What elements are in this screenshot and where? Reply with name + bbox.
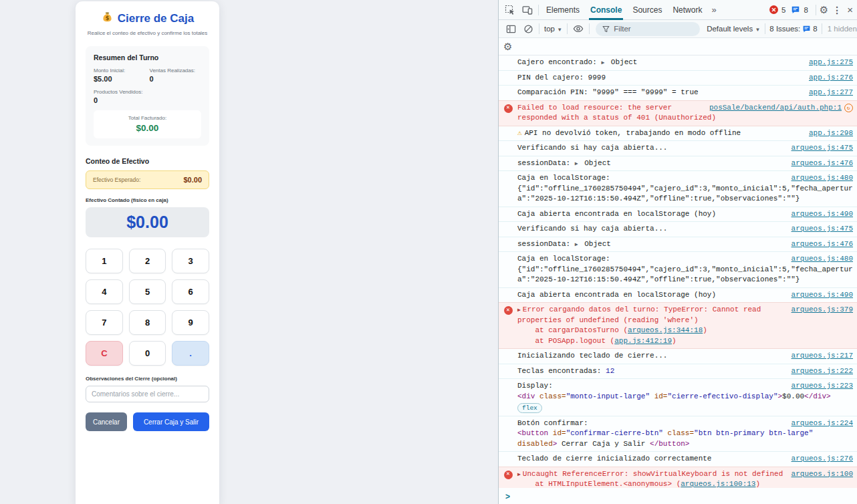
keypad-key-9[interactable]: 9: [172, 310, 209, 335]
console-settings-gear-icon[interactable]: ⚙: [503, 41, 512, 53]
tab-network[interactable]: Network: [667, 0, 707, 20]
source-link[interactable]: arqueos.js:217: [791, 351, 853, 362]
filter-box[interactable]: [596, 22, 700, 36]
close-register-button[interactable]: Cerrar Caja y Salir: [133, 412, 209, 431]
source-link[interactable]: arqueos.js:222: [791, 366, 853, 377]
source-link[interactable]: arqueos.js:480: [791, 254, 853, 265]
keypad-key-3[interactable]: 3: [172, 249, 209, 273]
message-gutter: [499, 173, 517, 205]
tab-console[interactable]: Console: [585, 0, 627, 20]
divider: [539, 23, 539, 34]
kebab-menu-icon[interactable]: ⋮: [830, 5, 844, 15]
source-link[interactable]: arqueos.js:476: [791, 158, 853, 169]
message-text: Caja en localStorage:: [517, 255, 610, 263]
source-link[interactable]: arqueos.js:490: [791, 290, 853, 301]
message-count[interactable]: 8: [804, 6, 808, 14]
message-text: ): [755, 480, 760, 488]
message-text: Botón confirmar:: [517, 419, 588, 427]
message-text: API no devolvió token, trabajando en mod…: [525, 129, 741, 137]
console-prompt[interactable]: >: [499, 488, 857, 504]
console-sidebar-icon[interactable]: [502, 21, 519, 37]
filter-input[interactable]: [614, 25, 694, 33]
issues-label[interactable]: 8 Issues:: [767, 25, 802, 33]
error-count-icon[interactable]: ✕: [769, 5, 778, 14]
message-text: {"id":"offline_1760285750494","cajero_id…: [517, 184, 853, 203]
summary-heading: Resumen del Turno: [94, 53, 201, 61]
chevron-down-icon: ▼: [755, 27, 760, 33]
context-selector[interactable]: top ▼: [541, 25, 565, 33]
message-text: Cerrar Caja y Salir: [557, 440, 650, 448]
message-text: Object: [580, 240, 611, 248]
source-link[interactable]: arqueos.js:475: [791, 224, 853, 235]
expand-arrow-icon[interactable]: ▶: [575, 160, 578, 166]
source-link[interactable]: arqueos.js:476: [791, 239, 853, 250]
error-count[interactable]: 5: [781, 6, 785, 14]
source-link[interactable]: arqueos.js:379: [791, 305, 853, 316]
request-initiator-icon[interactable]: ↻: [844, 104, 853, 112]
cash-amount-display: $0.00: [86, 207, 209, 237]
observations-input[interactable]: [86, 386, 209, 402]
keypad-key-2[interactable]: 2: [129, 249, 166, 273]
keypad-key-7[interactable]: 7: [86, 310, 123, 335]
keypad-key-4[interactable]: 4: [86, 279, 123, 304]
cancel-button[interactable]: Cancelar: [86, 412, 127, 431]
expand-arrow-icon[interactable]: ▶: [517, 307, 521, 313]
message-text: </button>: [650, 440, 689, 448]
expand-arrow-icon[interactable]: ▶: [601, 59, 604, 66]
divider: [816, 5, 816, 15]
summary-field: Productos Vendidos:0: [94, 89, 146, 104]
live-expression-eye-icon[interactable]: [570, 21, 587, 37]
flex-badge[interactable]: flex: [517, 403, 542, 413]
source-link[interactable]: arqueos.js:276: [791, 454, 853, 465]
keypad-key-C[interactable]: C: [86, 341, 123, 366]
issues-count[interactable]: 8: [811, 25, 819, 33]
summary-field-label: Ventas Realizadas:: [150, 68, 202, 74]
console-toolbar: top ▼ Default levels ▼ 8 Issues:: [499, 20, 857, 38]
close-devtools-icon[interactable]: ×: [846, 4, 854, 15]
page-title: $ Cierre de Caja: [86, 11, 209, 27]
inspect-element-icon[interactable]: [501, 2, 519, 18]
issues-icon[interactable]: [802, 24, 811, 33]
source-link[interactable]: app.js:277: [809, 88, 853, 98]
counted-cash-label: Efectivo Contado (físico en caja): [86, 197, 209, 203]
source-link[interactable]: app.js:412:19: [614, 337, 672, 345]
expand-arrow-icon[interactable]: ▶: [517, 471, 521, 477]
source-link[interactable]: app.js:276: [809, 73, 853, 84]
device-toolbar-icon[interactable]: [519, 2, 536, 18]
source-link[interactable]: arqueos.js:224: [791, 418, 853, 429]
settings-gear-icon[interactable]: ⚙: [820, 4, 828, 16]
keypad-key-8[interactable]: 8: [129, 310, 166, 335]
source-link[interactable]: app.js:275: [809, 57, 853, 68]
expand-arrow-icon[interactable]: ▶: [575, 241, 578, 247]
more-tabs-chevron-icon[interactable]: »: [707, 5, 720, 15]
source-link[interactable]: app.js:298: [809, 128, 853, 139]
source-link[interactable]: arqueos.js:490: [791, 209, 853, 220]
summary-field-label: Productos Vendidos:: [94, 89, 146, 95]
keypad-key-5[interactable]: 5: [129, 279, 166, 304]
keypad-key-1[interactable]: 1: [86, 249, 123, 273]
clear-console-icon[interactable]: [519, 21, 537, 37]
devtools-tabbar: ElementsConsoleSourcesNetwork » ✕ 5 8 ⚙ …: [499, 0, 857, 20]
source-link[interactable]: posSale/backend/api/auth.php:1: [709, 103, 842, 114]
console-messages-icon[interactable]: [791, 5, 800, 15]
console-message-list: app.js:275Cajero encontrado: ▶ Objectapp…: [499, 55, 857, 488]
keypad-key-0[interactable]: 0: [129, 341, 166, 366]
source-link[interactable]: arqueos.js:480: [791, 173, 853, 184]
keypad-key-6[interactable]: 6: [172, 279, 209, 304]
source-link[interactable]: arqueos.js:344:18: [628, 326, 703, 334]
tab-sources[interactable]: Sources: [627, 0, 667, 20]
summary-field-value: 0: [150, 75, 202, 83]
chevron-down-icon: ▼: [557, 27, 562, 33]
keypad-key-dot[interactable]: .: [172, 341, 209, 366]
source-link[interactable]: arqueos.js:223: [791, 381, 853, 392]
log-levels-selector[interactable]: Default levels ▼: [704, 25, 763, 33]
svg-text:$: $: [106, 15, 110, 21]
tab-elements[interactable]: Elements: [541, 0, 585, 20]
message-text: "cierre-efectivo-display": [667, 392, 777, 400]
source-link[interactable]: arqueos.js:475: [791, 143, 853, 154]
source-link[interactable]: arqueos.js:100:13: [681, 480, 755, 488]
source-link[interactable]: arqueos.js:100: [791, 469, 853, 480]
message-text: Inicializando teclado de cierre...: [517, 352, 667, 360]
console-message: arqueos.js:480Caja en localStorage:{"id"…: [499, 252, 857, 288]
message-text: at cargarDatosTurno (: [517, 326, 628, 334]
